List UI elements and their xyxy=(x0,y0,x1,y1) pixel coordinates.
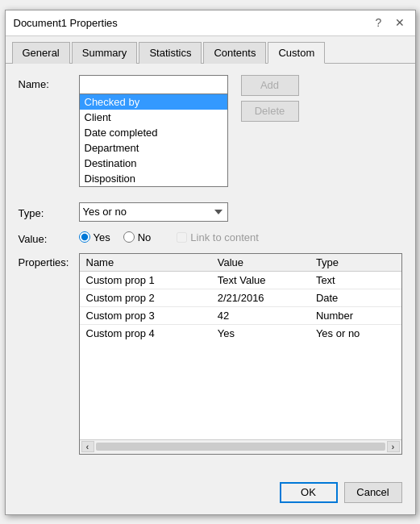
close-button[interactable]: ✕ xyxy=(393,15,407,30)
add-button[interactable]: Add xyxy=(241,75,299,96)
type-label: Type: xyxy=(19,204,79,219)
link-label: Link to content xyxy=(190,231,259,243)
tab-general[interactable]: General xyxy=(12,42,70,64)
footer: OK Cancel xyxy=(6,474,415,514)
delete-button[interactable]: Delete xyxy=(241,101,299,122)
list-item-department[interactable]: Department xyxy=(80,140,227,156)
table-cell-value-2: 42 xyxy=(211,306,310,324)
table-cell-name-0: Custom prop 1 xyxy=(80,271,211,289)
tab-summary[interactable]: Summary xyxy=(72,42,138,64)
scroll-track[interactable] xyxy=(96,443,385,451)
tab-statistics[interactable]: Statistics xyxy=(139,42,202,64)
col-name: Name xyxy=(80,254,211,272)
table-row[interactable]: Custom prop 22/21/2016Date xyxy=(80,289,401,306)
table-cell-type-1: Date xyxy=(310,289,401,306)
table-row[interactable]: Custom prop 342Number xyxy=(80,306,401,324)
radio-no-label[interactable]: No xyxy=(123,231,152,243)
table-cell-value-0: Text Value xyxy=(211,271,310,289)
table-cell-name-3: Custom prop 4 xyxy=(80,324,211,342)
list-item-date-completed[interactable]: Date completed xyxy=(80,125,227,140)
title-controls: ? ✕ xyxy=(372,15,407,30)
content-area: Name: Checked by Client Date completed D… xyxy=(6,64,415,474)
radio-group: Yes No Link to content xyxy=(79,231,402,243)
col-type: Type xyxy=(310,254,401,272)
dialog-title: Document1 Properties xyxy=(14,17,118,29)
properties-label: Properties: xyxy=(19,253,79,268)
value-row: Value: Yes No Link to content xyxy=(19,230,402,245)
list-item-destination[interactable]: Destination xyxy=(80,156,227,171)
tab-bar: General Summary Statistics Contents Cust… xyxy=(6,36,415,64)
name-side-buttons: Add Delete xyxy=(241,75,299,122)
table-cell-value-1: 2/21/2016 xyxy=(211,289,310,306)
tab-custom[interactable]: Custom xyxy=(268,42,325,64)
list-item-checked-by[interactable]: Checked by xyxy=(80,94,227,110)
table-cell-type-0: Text xyxy=(310,271,401,289)
table-header-row: Name Value Type xyxy=(80,254,401,272)
scroll-left-btn[interactable]: ‹ xyxy=(81,441,94,452)
list-item-disposition[interactable]: Disposition xyxy=(80,171,227,186)
table-row[interactable]: Custom prop 1Text ValueText xyxy=(80,271,401,289)
tab-contents[interactable]: Contents xyxy=(203,42,266,64)
properties-table: Name Value Type Custom prop 1Text ValueT… xyxy=(80,254,401,342)
radio-yes-text: Yes xyxy=(94,231,110,243)
col-value: Value xyxy=(211,254,310,272)
table-cell-name-1: Custom prop 2 xyxy=(80,289,211,306)
name-input[interactable] xyxy=(79,75,228,94)
value-label: Value: xyxy=(19,230,79,245)
name-dropdown-list[interactable]: Checked by Client Date completed Departm… xyxy=(79,94,228,187)
radio-yes[interactable] xyxy=(79,231,90,243)
radio-no-text: No xyxy=(138,231,152,243)
properties-table-container: Name Value Type Custom prop 1Text ValueT… xyxy=(79,253,402,455)
name-row: Name: Checked by Client Date completed D… xyxy=(19,75,402,122)
table-cell-name-2: Custom prop 3 xyxy=(80,306,211,324)
scroll-right-btn[interactable]: › xyxy=(387,441,400,452)
radio-no[interactable] xyxy=(123,231,135,243)
radio-yes-label[interactable]: Yes xyxy=(79,231,110,243)
horizontal-scrollbar[interactable]: ‹ › xyxy=(80,439,401,454)
link-checkbox[interactable] xyxy=(177,232,187,243)
cancel-button[interactable]: Cancel xyxy=(344,482,402,503)
title-bar: Document1 Properties ? ✕ xyxy=(6,10,415,36)
properties-row: Properties: Name Value Type Custom prop … xyxy=(19,253,402,455)
type-dropdown[interactable]: Text Date Number Yes or no xyxy=(79,202,228,222)
list-item-client[interactable]: Client xyxy=(80,110,227,125)
table-cell-type-2: Number xyxy=(310,306,401,324)
table-row[interactable]: Custom prop 4YesYes or no xyxy=(80,324,401,342)
table-cell-value-3: Yes xyxy=(211,324,310,342)
help-button[interactable]: ? xyxy=(372,15,386,30)
name-controls: Checked by Client Date completed Departm… xyxy=(79,75,402,122)
link-to-content: Link to content xyxy=(177,231,259,243)
name-label: Name: xyxy=(19,75,79,90)
type-row: Type: Text Date Number Yes or no xyxy=(19,202,402,222)
dialog: Document1 Properties ? ✕ General Summary… xyxy=(5,10,416,515)
ok-button[interactable]: OK xyxy=(280,482,338,503)
table-cell-type-3: Yes or no xyxy=(310,324,401,342)
